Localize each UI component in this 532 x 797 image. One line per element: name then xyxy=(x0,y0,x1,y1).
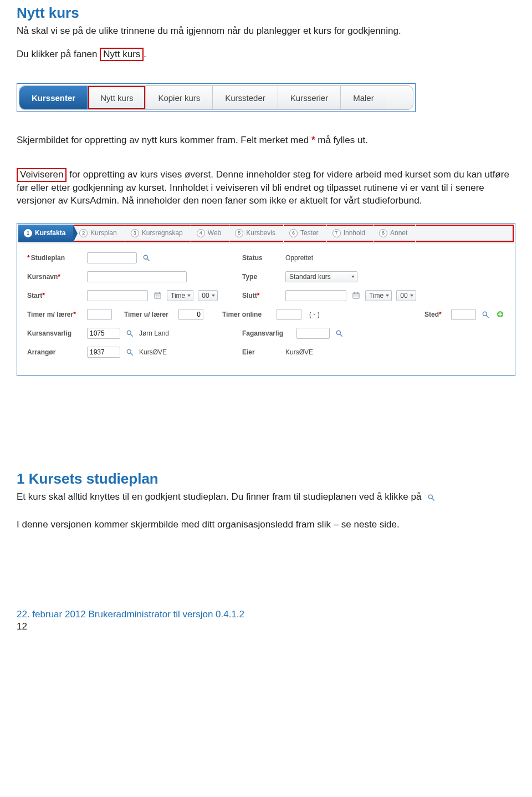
fagansvarlig-input[interactable] xyxy=(296,328,330,339)
sted-input[interactable] xyxy=(451,309,476,320)
wizard-step-num: 5 xyxy=(235,229,243,237)
sted-label: Sted* xyxy=(424,311,447,318)
footer: 22. februar 2012 Brukeradministrator til… xyxy=(17,609,515,632)
tab-kursserier[interactable]: Kursserier xyxy=(278,86,341,109)
eier-value: KursØVE xyxy=(285,348,313,356)
slutt-hh-select[interactable]: 00 xyxy=(396,290,416,301)
para3-post: må fylles ut. xyxy=(315,135,368,145)
kursansvarlig-id-input[interactable] xyxy=(87,328,120,339)
start-date-input[interactable] xyxy=(87,290,148,301)
slutt-label: Slutt* xyxy=(242,292,281,299)
wizard-step-label: Innhold xyxy=(344,229,365,237)
type-select[interactable]: Standard kurs xyxy=(285,271,357,282)
tab-nytt-kurs[interactable]: Nytt kurs xyxy=(88,86,146,109)
wizard-step-num: 7 xyxy=(332,229,341,237)
timer-m-input[interactable] xyxy=(87,309,112,320)
start-label: Start* xyxy=(27,292,83,299)
tabbar-screenshot: Kurssenter Nytt kurs Kopier kurs Kursste… xyxy=(17,83,416,112)
heading-studieplan: 1 Kursets studieplan xyxy=(17,470,515,488)
add-icon[interactable] xyxy=(495,309,505,319)
wizard-steps: 1 Kursfakta 2 Kursplan 3 Kursregnskap 4 … xyxy=(18,225,514,242)
para4-rest: for oppretting av kurs vises øverst. Den… xyxy=(17,169,509,205)
wizard-step-label: Kursplan xyxy=(90,229,116,237)
eier-label: Eier xyxy=(242,348,281,356)
para-studieplan: Et kurs skal alltid knyttes til en godkj… xyxy=(17,491,515,504)
timer-online-extra: ( - ) xyxy=(309,311,320,318)
highlighted-tab-name: Nytt kurs xyxy=(100,48,144,61)
search-icon[interactable] xyxy=(125,347,135,357)
wizard-screenshot: 1 Kursfakta 2 Kursplan 3 Kursregnskap 4 … xyxy=(17,223,515,376)
wizard-step-kursbevis[interactable]: 5 Kursbevis xyxy=(229,225,284,242)
search-icon[interactable] xyxy=(334,328,344,338)
start-time-select[interactable]: Time xyxy=(167,290,193,301)
wizard-step-num: 1 xyxy=(24,229,32,237)
search-icon[interactable] xyxy=(141,253,151,263)
para-veiviseren: Veiviseren for oppretting av kurs vises … xyxy=(17,168,515,207)
wizard-step-num: 3 xyxy=(131,229,139,237)
kursansvarlig-name: Jørn Land xyxy=(139,329,169,337)
kursnavn-label: Kursnavn* xyxy=(27,273,83,281)
timer-u-label: Timer u/ lærer xyxy=(124,311,174,318)
intro-paragraph-1: Nå skal vi se på de ulike trinnene du må… xyxy=(17,25,515,38)
arrangor-name: KursØVE xyxy=(139,348,167,356)
intro-paragraph-2: Du klikker på fanen Nytt kurs. xyxy=(17,48,515,61)
kursnavn-input[interactable] xyxy=(87,271,187,282)
calendar-icon[interactable] xyxy=(152,291,162,301)
tab-kurssteder[interactable]: Kurssteder xyxy=(213,86,278,109)
heading-nytt-kurs: Nytt kurs xyxy=(17,4,515,22)
para-required-fields: Skjermbildet for oppretting av nytt kurs… xyxy=(17,134,515,147)
calendar-icon[interactable] xyxy=(351,291,361,301)
arrangor-id-input[interactable] xyxy=(87,347,120,358)
timer-online-input[interactable] xyxy=(277,309,301,320)
wizard-step-label: Kursfakta xyxy=(35,229,65,237)
search-icon xyxy=(427,493,437,502)
status-value: Opprettet xyxy=(285,254,313,262)
wizard-step-label: Web xyxy=(208,229,221,237)
start-hh-select[interactable]: 00 xyxy=(198,290,217,301)
wizard-step-innhold[interactable]: 7 Innhold xyxy=(327,225,374,242)
wizard-step-kursregnskap[interactable]: 3 Kursregnskap xyxy=(125,225,191,242)
para-next-page: I denne versjonen kommer skjermbilde med… xyxy=(17,519,515,531)
wizard-step-kursplan[interactable]: 2 Kursplan xyxy=(74,225,125,242)
wizard-step-kursfakta[interactable]: 1 Kursfakta xyxy=(18,225,74,242)
wizard-step-label: Kursregnskap xyxy=(142,229,183,237)
timer-u-input[interactable] xyxy=(178,309,203,320)
wizard-step-label: Kursbevis xyxy=(246,229,275,237)
timer-m-label: Timer m/ lærer* xyxy=(27,311,83,318)
wizard-step-num: 2 xyxy=(79,229,88,237)
tabbar: Kurssenter Nytt kurs Kopier kurs Kursste… xyxy=(19,85,413,110)
wizard-step-web[interactable]: 4 Web xyxy=(191,225,229,242)
wizard-step-annet[interactable]: 8 Annet xyxy=(374,225,416,242)
wizard-step-num: 8 xyxy=(379,229,387,237)
studieplan-label: *Studieplan xyxy=(27,254,83,262)
kursfakta-form: *Studieplan Status Opprettet Kursnavn* xyxy=(18,242,514,374)
fagansvarlig-label: Fagansvarlig xyxy=(242,329,292,337)
arrangor-label: Arrangør xyxy=(27,348,83,356)
wizard-step-num: 6 xyxy=(289,229,298,237)
wizard-step-label: Annet xyxy=(390,229,407,237)
search-icon[interactable] xyxy=(125,328,135,338)
status-label: Status xyxy=(242,254,281,262)
para3-pre: Skjermbildet for oppretting av nytt kurs… xyxy=(17,135,311,145)
studieplan-input[interactable] xyxy=(87,252,137,263)
tab-kurssenter[interactable]: Kurssenter xyxy=(19,86,88,109)
type-label: Type xyxy=(242,273,281,281)
slutt-time-select[interactable]: Time xyxy=(365,290,392,301)
kursansvarlig-label: Kursansvarlig xyxy=(27,329,83,337)
para2-pre: Du klikker på fanen xyxy=(17,49,100,59)
tab-maler[interactable]: Maler xyxy=(341,86,386,109)
search-icon[interactable] xyxy=(480,309,490,319)
tab-kopier-kurs[interactable]: Kopier kurs xyxy=(146,86,213,109)
highlighted-veiviseren: Veiviseren xyxy=(17,168,66,181)
timer-online-label: Timer online xyxy=(222,311,272,318)
wizard-step-label: Tester xyxy=(300,229,319,237)
wizard-step-num: 4 xyxy=(197,229,205,237)
para2-post: . xyxy=(144,49,146,59)
slutt-date-input[interactable] xyxy=(285,290,346,301)
footer-page-number: 12 xyxy=(17,621,515,632)
footer-line: 22. februar 2012 Brukeradministrator til… xyxy=(17,609,244,620)
wizard-step-tester[interactable]: 6 Tester xyxy=(284,225,327,242)
required-star: * xyxy=(311,135,315,145)
